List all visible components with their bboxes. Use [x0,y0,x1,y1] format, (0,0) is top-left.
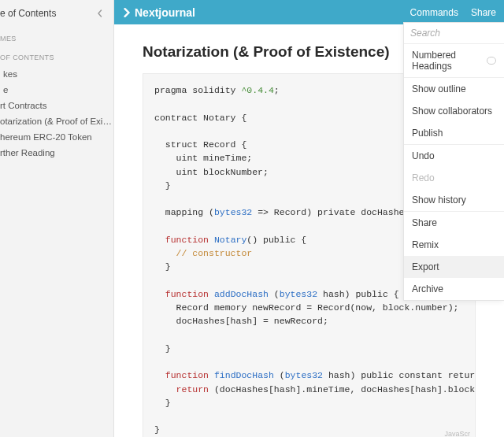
menu-item-numbered-headings[interactable]: Numbered Headings [404,44,504,77]
code-text: bytes32 [285,370,323,380]
menu-item-show-collaborators[interactable]: Show collaborators [404,100,504,122]
code-text: function [165,235,209,245]
menu-item-export[interactable]: Export [404,256,504,278]
menu-item-show-history[interactable]: Show history [404,189,504,211]
sidebar: e of Contents MES OF CONTENTS kes e rt C… [0,0,114,437]
code-text: Notary [214,235,246,245]
code-text: ^0.4.4 [241,85,273,95]
code-text: pragma solidity [154,85,241,95]
share-link[interactable]: Share [471,7,496,18]
menu-item-share[interactable]: Share [404,212,504,234]
sidebar-section-toc: OF CONTENTS [0,47,113,66]
topbar: Nextjournal Commands Share [114,0,504,24]
toc-item[interactable]: otarization (& Proof of Existenc… [0,113,113,129]
code-text: hash) public constant returns(uint, uint… [323,370,476,380]
menu-search-input[interactable] [404,23,504,44]
toggle-icon[interactable] [487,57,496,65]
sidebar-section-mes: MES [0,28,113,47]
commands-menu: Numbered Headings Show outline Show coll… [403,22,504,301]
code-text: } [154,180,171,191]
menu-item-remix[interactable]: Remix [404,234,504,256]
toc-item[interactable]: kes [0,66,113,82]
menu-item-publish[interactable]: Publish [404,122,504,144]
menu-item-label: Show collaborators [412,106,492,117]
code-text: ( [274,370,285,380]
code-text: () public { [246,235,306,245]
code-text: bytes32 [280,289,317,299]
menu-item-label: Publish [412,128,443,139]
menu-item-label: Remix [412,239,439,250]
brand-label: Nextjournal [135,6,195,19]
code-text: addDocHash [214,289,269,299]
menu-item-archive[interactable]: Archive [404,278,504,300]
code-text: findDocHash [214,370,274,380]
code-text: ( [269,289,280,299]
code-text: return [176,384,209,394]
menu-item-label: Show outline [412,83,466,94]
code-text: } [154,398,171,408]
collapse-sidebar-icon[interactable] [93,6,107,20]
menu-item-redo: Redo [404,167,504,189]
toc-item[interactable]: e [0,82,113,98]
code-text: (docHashes[hash].mineTime, docHashes[has… [209,384,476,394]
code-text: struct Record { [154,139,246,150]
menu-item-label: Redo [412,172,435,183]
code-text: function [165,289,209,299]
code-language-label: JavaScr [444,429,470,437]
code-text: } [154,424,160,435]
menu-item-label: Show history [412,194,466,206]
code-text: hash) public { [317,289,399,299]
menu-item-show-outline[interactable]: Show outline [404,78,504,100]
toc-item[interactable]: rt Contracts [0,98,113,113]
code-text: => Record) private docHashes; [252,207,415,217]
menu-item-label: Undo [412,150,435,161]
menu-item-label: Archive [412,283,443,294]
code-text: Record memory newRecord = Record(now, bl… [154,302,458,313]
brand[interactable]: Nextjournal [122,6,195,19]
code-text: // constructor [154,248,252,258]
code-text: docHashes[hash] = newRecord; [154,316,328,326]
commands-link[interactable]: Commands [410,7,458,18]
toc-item[interactable]: hereum ERC-20 Token [0,129,113,145]
menu-item-label: Export [412,261,439,272]
toc-item[interactable]: rther Reading [0,145,113,161]
code-text: } [154,261,171,272]
menu-item-label: Numbered Headings [412,50,487,72]
code-text: uint blockNumber; [154,167,269,177]
menu-item-undo[interactable]: Undo [404,145,504,167]
code-text: } [154,343,171,354]
sidebar-title: e of Contents [0,8,56,19]
code-text: uint mineTime; [154,153,252,163]
code-text: function [165,370,209,380]
code-text: bytes32 [214,207,252,217]
menu-item-label: Share [412,217,437,228]
code-text: mapping ( [154,207,214,217]
code-text: contract Notary { [154,113,246,123]
